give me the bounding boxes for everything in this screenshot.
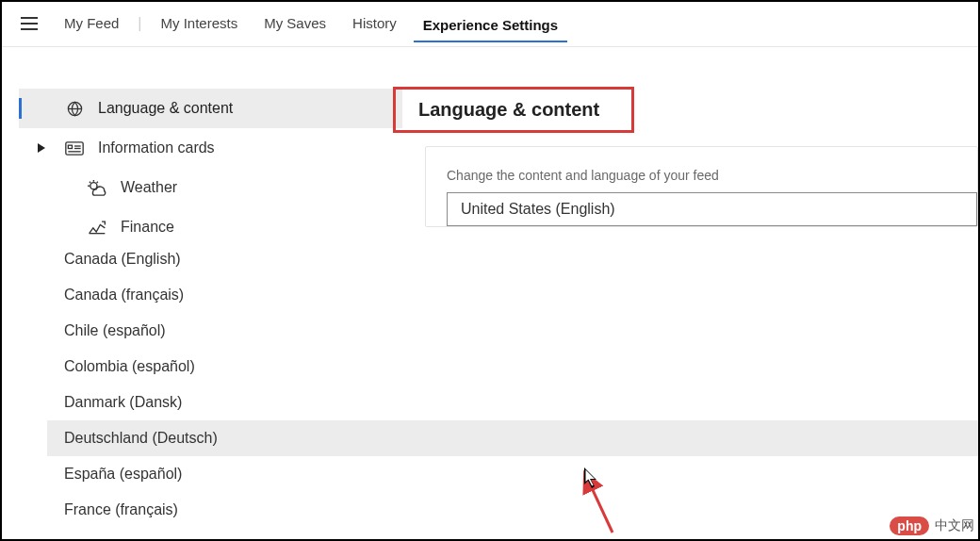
sidebar-item-weather[interactable]: Weather: [19, 168, 402, 207]
svg-rect-3: [68, 145, 72, 148]
sidebar-item-information-cards[interactable]: Information cards: [19, 128, 402, 168]
sidebar-item-label: Finance: [121, 219, 174, 236]
watermark-badge: php 中文网: [888, 515, 976, 537]
nav-my-saves[interactable]: My Saves: [254, 11, 335, 35]
dropdown-option[interactable]: Chile (español): [47, 313, 978, 349]
section-title-language-content: Language & content: [393, 87, 634, 133]
hamburger-icon[interactable]: [21, 17, 47, 30]
language-select-value: United States (English): [461, 201, 615, 218]
watermark-text: 中文网: [935, 517, 974, 534]
nav-divider: |: [138, 15, 141, 32]
language-panel: Change the content and language of your …: [425, 146, 978, 227]
sidebar-item-label: Language & content: [98, 100, 233, 117]
cards-icon: [64, 138, 85, 158]
sidebar-item-label: Weather: [121, 179, 177, 196]
finance-icon: [87, 217, 107, 238]
nav-history[interactable]: History: [343, 11, 406, 35]
dropdown-option[interactable]: France (français): [47, 492, 978, 528]
dropdown-option[interactable]: Deutschland (Deutsch): [47, 420, 978, 456]
panel-description: Change the content and language of your …: [426, 168, 977, 192]
dropdown-option[interactable]: Colombia (español): [47, 349, 978, 385]
nav-experience-settings[interactable]: Experience Settings: [414, 13, 567, 42]
nav-my-interests[interactable]: My Interests: [152, 11, 248, 35]
top-nav: My Feed | My Interests My Saves History …: [2, 2, 978, 47]
svg-marker-1: [38, 143, 45, 153]
language-select[interactable]: United States (English): [447, 192, 977, 226]
dropdown-option[interactable]: Canada (English): [47, 241, 978, 277]
sidebar-item-label: Information cards: [98, 139, 215, 156]
dropdown-option[interactable]: Danmark (Dansk): [47, 385, 978, 420]
sidebar-item-language-content[interactable]: Language & content: [19, 89, 402, 128]
globe-icon: [64, 98, 85, 119]
language-dropdown: Canada (English) Canada (français) Chile…: [47, 241, 978, 528]
weather-icon: [87, 177, 107, 198]
nav-my-feed[interactable]: My Feed: [55, 11, 128, 35]
dropdown-option[interactable]: España (español): [47, 456, 978, 492]
watermark-pill: php: [890, 516, 929, 535]
caret-right-icon: [32, 143, 51, 153]
dropdown-option[interactable]: Canada (français): [47, 277, 978, 313]
